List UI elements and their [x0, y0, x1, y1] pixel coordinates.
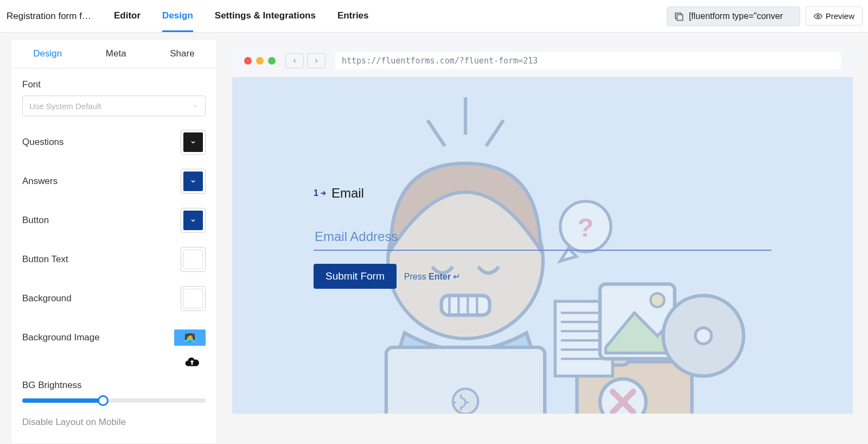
shortcode-icon [674, 11, 684, 21]
button-text-color-swatch[interactable] [181, 247, 206, 272]
brightness-label: BG Brightness [22, 380, 206, 391]
browser-url: https://fluentforms.com/?fluent-form=213 [335, 52, 841, 69]
bg-image-thumbnail[interactable]: 🧑‍💻 [174, 329, 206, 346]
question-text: Email [331, 186, 364, 201]
svg-rect-1 [677, 15, 683, 21]
shortcode-box[interactable]: [fluentform type="conver [667, 7, 800, 26]
font-label: Font [22, 79, 206, 90]
disable-layout-mobile-label: Disable Layout on Mobile [22, 417, 206, 428]
preview-canvas: https://fluentforms.com/?fluent-form=213… [217, 33, 868, 444]
background-color-label: Background [22, 293, 72, 304]
preview-button[interactable]: Preview [806, 7, 863, 26]
top-nav: Registration form f… Editor Design Setti… [0, 0, 868, 33]
svg-point-28 [650, 293, 664, 307]
eye-icon [814, 12, 822, 21]
upload-bg-image[interactable] [22, 354, 206, 370]
tab-editor[interactable]: Editor [114, 1, 141, 32]
nav-forward[interactable] [307, 53, 326, 68]
email-input[interactable] [314, 226, 771, 251]
tab-settings[interactable]: Settings & Integrations [215, 1, 316, 32]
questions-color-label: Questions [22, 137, 64, 148]
subtab-design[interactable]: Design [33, 40, 62, 68]
font-placeholder: Use System Default [29, 102, 101, 111]
button-color-label: Button [22, 215, 49, 226]
brightness-slider[interactable] [22, 398, 206, 403]
main-tabs: Editor Design Settings & Integrations En… [114, 1, 369, 32]
svg-point-30 [695, 328, 712, 344]
nav-back[interactable] [285, 53, 304, 68]
svg-point-2 [817, 15, 819, 17]
browser-chrome: https://fluentforms.com/?fluent-form=213 [232, 45, 853, 77]
subtab-meta[interactable]: Meta [106, 40, 126, 68]
subtab-share[interactable]: Share [170, 40, 194, 68]
question-label-row: 1 Email [314, 186, 771, 201]
design-sidebar: Design Meta Share Font Use System Defaul… [11, 39, 217, 444]
form-preview-area: ? [232, 77, 853, 414]
answers-color-swatch[interactable] [181, 169, 206, 194]
font-select[interactable]: Use System Default [22, 96, 206, 116]
form-title: Registration form f… [5, 11, 98, 22]
press-enter-hint: Press Enter ↵ [404, 271, 461, 282]
bg-image-label: Background Image [22, 332, 100, 343]
svg-point-18 [600, 379, 646, 414]
background-color-swatch[interactable] [181, 286, 206, 311]
chevron-down-icon [192, 103, 199, 109]
shortcode-text: [fluentform type="conver [689, 11, 783, 21]
slider-thumb[interactable] [98, 395, 108, 406]
sidebar-tabs: Design Meta Share [11, 40, 216, 68]
button-color-swatch[interactable] [181, 208, 206, 233]
answers-color-label: Answers [22, 176, 58, 187]
preview-label: Preview [826, 11, 854, 21]
question-number: 1 [314, 188, 327, 198]
window-dots [244, 57, 276, 65]
tab-entries[interactable]: Entries [337, 1, 369, 32]
tab-design[interactable]: Design [162, 1, 193, 32]
button-text-color-label: Button Text [22, 254, 68, 265]
arrow-right-icon [320, 189, 327, 197]
questions-color-swatch[interactable] [181, 130, 206, 155]
submit-button[interactable]: Submit Form [314, 264, 397, 289]
